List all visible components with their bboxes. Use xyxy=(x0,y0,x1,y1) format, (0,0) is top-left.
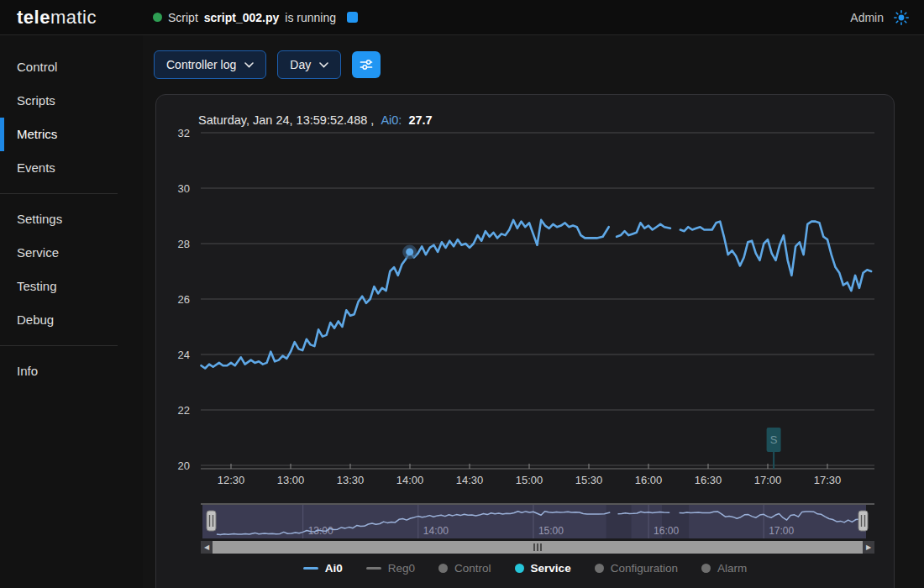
range-select-dropdown[interactable]: Day xyxy=(277,50,341,79)
legend-label: Ai0 xyxy=(325,562,343,575)
svg-text:15:00: 15:00 xyxy=(538,525,564,537)
logo-bold-part: tele xyxy=(17,7,50,28)
dot-swatch-icon xyxy=(595,564,604,573)
sidebar-item-testing[interactable]: Testing xyxy=(0,270,143,303)
svg-text:22: 22 xyxy=(178,404,190,417)
dot-swatch-icon xyxy=(438,564,448,573)
chart-navigator[interactable]: 13:0014:0015:0016:0017:00 xyxy=(201,504,874,538)
sidebar-item-service[interactable]: Service xyxy=(0,236,143,270)
series-ai0[interactable] xyxy=(202,220,872,369)
app-logo: telematic xyxy=(17,7,143,29)
svg-text:32: 32 xyxy=(178,127,190,139)
status-dot-icon xyxy=(153,13,162,22)
sidebar-nav: ControlScriptsMetricsEventsSettingsServi… xyxy=(0,35,143,588)
script-run-status: Script script_002.py is running xyxy=(153,11,358,24)
svg-text:16:00: 16:00 xyxy=(635,474,663,486)
stop-script-button[interactable] xyxy=(347,12,358,23)
legend-item-reg0[interactable]: Reg0 xyxy=(366,562,415,575)
legend-label: Service xyxy=(531,562,571,575)
sidebar-item-control[interactable]: Control xyxy=(0,50,143,84)
legend-label: Alarm xyxy=(717,562,747,575)
svg-text:17:00: 17:00 xyxy=(769,525,794,537)
legend-item-ai0[interactable]: Ai0 xyxy=(303,562,343,575)
line-swatch-icon xyxy=(366,567,381,570)
svg-text:13:00: 13:00 xyxy=(277,474,305,486)
logo-light-part: matic xyxy=(50,7,97,28)
svg-text:16:00: 16:00 xyxy=(654,525,679,537)
legend-label: Configuration xyxy=(611,562,678,575)
line-swatch-icon xyxy=(303,567,318,570)
svg-text:15:00: 15:00 xyxy=(516,474,543,486)
top-bar: telematic Script script_002.py is runnin… xyxy=(0,0,924,35)
svg-text:14:00: 14:00 xyxy=(396,474,424,486)
status-suffix: is running xyxy=(285,11,336,24)
navigator-selected-range[interactable] xyxy=(202,505,866,538)
legend-item-control[interactable]: Control xyxy=(438,562,491,575)
svg-text:17:30: 17:30 xyxy=(814,474,842,486)
sidebar-item-events[interactable]: Events xyxy=(0,151,143,185)
sliders-icon xyxy=(358,56,375,73)
event-marker-service-flag[interactable]: S xyxy=(767,428,781,469)
scroll-right-button[interactable]: ▶ xyxy=(863,541,874,554)
gridlines: 32302826242220 xyxy=(178,127,874,472)
sidebar-divider xyxy=(0,345,118,346)
chevron-down-icon xyxy=(319,62,328,68)
sidebar-item-debug[interactable]: Debug xyxy=(0,303,143,337)
svg-text:28: 28 xyxy=(178,238,190,250)
svg-text:13:30: 13:30 xyxy=(337,474,365,486)
navigator-right-handle[interactable] xyxy=(858,511,868,531)
svg-text:14:30: 14:30 xyxy=(456,474,484,486)
sidebar-item-info[interactable]: Info xyxy=(0,354,143,388)
scrollbar-grip-icon xyxy=(533,543,543,551)
svg-text:16:30: 16:30 xyxy=(695,474,722,486)
scrollbar-thumb[interactable] xyxy=(213,541,863,554)
chart-settings-button[interactable] xyxy=(352,51,381,78)
sidebar-divider xyxy=(0,193,118,194)
svg-text:20: 20 xyxy=(178,459,190,472)
status-prefix: Script xyxy=(168,11,198,24)
svg-text:15:30: 15:30 xyxy=(575,474,603,486)
status-script-name: script_002.py xyxy=(204,11,280,24)
svg-text:14:00: 14:00 xyxy=(423,525,449,537)
legend-label: Reg0 xyxy=(388,562,415,575)
svg-text:24: 24 xyxy=(178,349,190,361)
hover-point-marker xyxy=(402,244,417,259)
svg-text:12:30: 12:30 xyxy=(218,474,245,486)
user-label: Admin xyxy=(850,11,884,24)
svg-text:17:00: 17:00 xyxy=(754,474,782,486)
legend-item-alarm[interactable]: Alarm xyxy=(701,562,747,575)
svg-text:S: S xyxy=(770,433,778,446)
dot-swatch-icon xyxy=(701,564,711,573)
scroll-left-button[interactable]: ◀ xyxy=(201,541,213,554)
chart-legend: Ai0Reg0ControlServiceConfigurationAlarm xyxy=(156,562,894,575)
metrics-toolbar: Controller log Day xyxy=(154,50,381,79)
range-select-value: Day xyxy=(290,58,311,71)
chevron-down-icon xyxy=(244,62,254,68)
legend-label: Control xyxy=(454,562,491,575)
sidebar-item-scripts[interactable]: Scripts xyxy=(0,84,143,118)
theme-toggle-sun-icon[interactable] xyxy=(894,10,909,25)
dot-swatch-icon xyxy=(515,564,524,573)
source-select-dropdown[interactable]: Controller log xyxy=(154,50,266,79)
navigator-left-handle[interactable] xyxy=(207,511,216,531)
svg-text:30: 30 xyxy=(178,182,190,195)
sidebar-item-settings[interactable]: Settings xyxy=(0,202,143,236)
metrics-chart-card: Saturday, Jan 24, 13:59:52.488 , Ai0: 27… xyxy=(155,94,895,588)
legend-item-service[interactable]: Service xyxy=(515,562,571,575)
legend-item-configuration[interactable]: Configuration xyxy=(595,562,678,575)
svg-text:26: 26 xyxy=(178,293,190,306)
navigator-scrollbar: ◀ ▶ xyxy=(201,541,874,554)
sidebar-item-metrics[interactable]: Metrics xyxy=(0,118,143,151)
source-select-value: Controller log xyxy=(166,58,236,71)
timeseries-chart[interactable]: 3230282624222012:3013:0013:3014:0014:301… xyxy=(156,95,895,540)
